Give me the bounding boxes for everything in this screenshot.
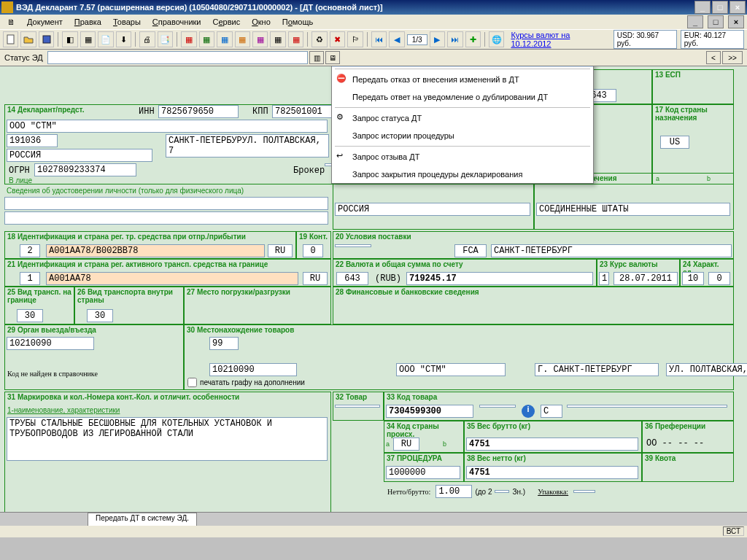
tool-icon[interactable]: ▦ [270, 31, 285, 47]
mdi-close-button[interactable]: × [728, 15, 744, 28]
info-icon[interactable]: i [522, 405, 535, 418]
close-button[interactable]: × [729, 1, 746, 14]
field-29-input[interactable]: 10210090 [7, 337, 94, 350]
tool-icon[interactable]: ▦ [181, 31, 196, 47]
idinfo-input[interactable] [4, 197, 328, 210]
status-tab[interactable]: Передать ДТ в систему ЭД. [88, 513, 197, 526]
open-icon[interactable] [20, 31, 36, 47]
field-24-b[interactable]: 0 [708, 272, 730, 285]
org-input[interactable]: ООО "СТМ" [7, 120, 328, 133]
nb-input[interactable]: 1.00 [436, 485, 472, 498]
field-26-input[interactable]: 30 [87, 309, 113, 322]
nav-more-button[interactable]: >> [722, 51, 743, 64]
prev-icon[interactable]: ◀ [389, 31, 404, 47]
field-37-input[interactable]: 1000000 [386, 466, 460, 479]
tool-icon[interactable]: ▦ [199, 31, 214, 47]
next-icon[interactable]: ▶ [430, 31, 445, 47]
tool-icon[interactable]: ▦ [217, 31, 232, 47]
tool-button[interactable]: 🖥 [325, 51, 340, 64]
tool-icon[interactable]: ▦ [80, 31, 96, 47]
tool-icon[interactable]: ▦ [252, 31, 268, 47]
field-21-id[interactable]: А001АА78 [46, 272, 298, 285]
field-25-input[interactable]: 30 [17, 309, 43, 322]
field-30-b[interactable]: ООО "СТМ" [396, 363, 506, 376]
tool-button[interactable]: ▥ [309, 51, 324, 64]
field-20-a[interactable]: FCA [454, 244, 487, 257]
menu-window[interactable]: Окно [247, 16, 275, 28]
delete-icon[interactable]: ✖ [330, 31, 345, 47]
save-icon[interactable] [39, 31, 54, 47]
field-31-text[interactable]: ТРУБЫ СТАЛЬНЫЕ БЕСШОВНЫЕ ДЛЯ КОТЕЛЬНЫХ У… [7, 417, 328, 461]
field-20-blank[interactable] [335, 244, 371, 247]
field-33-d[interactable] [567, 405, 727, 408]
field-30-a[interactable]: 10210090 [209, 363, 297, 376]
field-22-a[interactable]: 643 [336, 272, 368, 285]
flag-icon[interactable]: 🏳 [347, 31, 363, 47]
field-32-input[interactable] [335, 405, 380, 408]
menu-item-recall[interactable]: ↩Запрос отзыва ДТ [332, 148, 593, 166]
print-icon[interactable]: 🖨 [139, 31, 155, 47]
idinfo-input2[interactable] [4, 211, 328, 225]
field-24-a[interactable]: 10 [682, 272, 704, 285]
field-34-input[interactable]: RU [393, 438, 419, 451]
minimize-button[interactable]: _ [694, 1, 711, 14]
addr-input[interactable]: САНКТ-ПЕТЕРБУРУЛ. ПОЛТАВСКАЯ, 7 [166, 134, 329, 158]
menu-item-reply[interactable]: Передать ответ на уведомление о дублиров… [332, 88, 593, 106]
menu-refs[interactable]: Справочники [148, 16, 206, 28]
status-field[interactable] [47, 51, 308, 64]
field-33-c[interactable]: С [541, 405, 562, 418]
last-icon[interactable]: ⏭ [447, 31, 462, 47]
zip-input[interactable]: 191036 [7, 134, 58, 147]
nb-dec[interactable] [495, 490, 509, 493]
field-16-input[interactable]: РОССИЯ [335, 203, 530, 216]
copy-icon[interactable]: 📄 [98, 31, 113, 47]
tool-icon[interactable]: ▦ [288, 31, 303, 47]
menu-service[interactable]: Сервис [209, 16, 245, 28]
field-22-c[interactable]: 719245.17 [406, 272, 593, 285]
field-21-c[interactable]: RU [303, 272, 328, 285]
field-30-v[interactable]: 99 [209, 337, 239, 350]
mdi-maximize-button[interactable]: □ [708, 15, 724, 28]
globe-icon[interactable]: 🌐 [489, 31, 504, 47]
menu-item-send-dt[interactable]: 📨Передать ДТ [332, 66, 593, 67]
mdi-minimize-button[interactable]: _ [687, 15, 703, 28]
menu-help[interactable]: Помощь [278, 16, 318, 28]
app-menu-icon[interactable]: 🗎 [3, 16, 20, 28]
menu-item-close[interactable]: Запрос закрытия процедуры декларирования [332, 166, 593, 183]
menu-goods[interactable]: Товары [109, 16, 145, 28]
up-input[interactable] [573, 490, 595, 493]
field-30-c[interactable]: Г. САНКТ-ПЕТЕРБУРГ [535, 363, 659, 376]
inn-input[interactable]: 7825679650 [158, 105, 239, 118]
menu-item-history[interactable]: Запрос истории процедуры [332, 127, 593, 144]
field-30-d[interactable]: УЛ. ПОЛТАВСКАЯ, 7 [666, 363, 747, 376]
new-icon[interactable] [3, 31, 18, 47]
refresh-icon[interactable]: ♻ [311, 31, 327, 47]
tool-icon[interactable]: ◧ [62, 31, 77, 47]
field-23-b[interactable]: 28.07.2011 [614, 272, 678, 285]
field-18-id[interactable]: А001АА78/В002ВВ78 [46, 244, 265, 257]
menu-item-status[interactable]: ⚙Запрос статуса ДТ [332, 109, 593, 127]
first-icon[interactable]: ⏮ [371, 31, 387, 47]
field-38-input[interactable]: 4751 [466, 466, 638, 479]
field-17-input[interactable]: US [660, 136, 689, 149]
menu-item-refuse[interactable]: ⛔Передать отказ от внесения изменений в … [332, 71, 593, 88]
add-icon[interactable]: ✚ [465, 31, 481, 47]
country-input[interactable]: РОССИЯ [7, 149, 152, 162]
up-label[interactable]: Упаковка: [535, 487, 570, 497]
field-19-input[interactable]: 0 [303, 244, 323, 257]
tool-icon[interactable]: ▦ [235, 31, 250, 47]
maximize-button[interactable]: □ [712, 1, 728, 14]
tool-icon[interactable]: 📑 [158, 31, 173, 47]
nav-prev-button[interactable]: < [706, 51, 721, 64]
field-23-a[interactable]: 1 [599, 272, 609, 285]
field-35-input[interactable]: 4751 [466, 438, 638, 451]
menu-document[interactable]: Документ [23, 16, 67, 28]
menu-edit[interactable]: Правка [70, 16, 106, 28]
field-18-n[interactable]: 2 [20, 244, 40, 257]
ogrn-input[interactable]: 1027809233374 [34, 163, 136, 176]
field-33-b[interactable] [479, 405, 516, 408]
field-33-input[interactable]: 7304599300 [386, 405, 473, 418]
field-18-c[interactable]: RU [268, 244, 293, 257]
tool-icon[interactable]: ⬇ [116, 31, 131, 47]
field-17n-input[interactable]: СОЕДИНЕННЫЕ ШТАТЫ [536, 203, 730, 216]
